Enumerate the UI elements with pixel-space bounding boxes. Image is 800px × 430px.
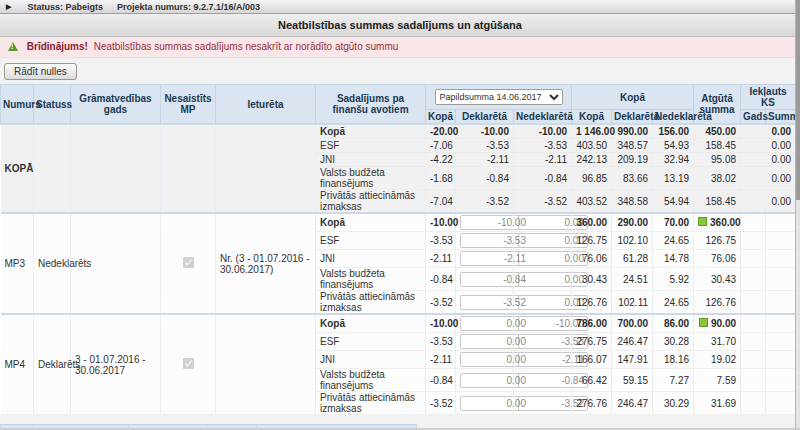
col-header-ieklauts-ks: Iekļauts KS bbox=[741, 85, 796, 110]
deklareta-input[interactable] bbox=[460, 316, 530, 331]
ks-gads-value bbox=[741, 153, 766, 167]
status-text: Statuss: Pabeigts bbox=[27, 2, 103, 12]
kopa-nedeklareta-value: 24.65 bbox=[653, 232, 694, 250]
papild-kopa-value: -7.04 bbox=[426, 190, 456, 214]
papild-deklareta-cell bbox=[456, 369, 514, 392]
nedeklareta-input[interactable] bbox=[518, 373, 588, 388]
expander-icon[interactable]: ▶ bbox=[6, 3, 11, 11]
kopa-deklareta-value: 209.19 bbox=[612, 153, 653, 167]
group-status: Deklarēts bbox=[34, 314, 71, 415]
atguta-summa-value: 90.00 bbox=[694, 314, 741, 333]
kopa-deklareta-value: 102.10 bbox=[612, 232, 653, 250]
subcol-papild-nedeklareta: Nedeklarētā bbox=[514, 110, 572, 125]
ks-summa-value bbox=[766, 268, 796, 291]
atguta-summa-value: 30.43 bbox=[694, 268, 741, 291]
distribution-table: Numurs Statuss Grāmatvedības gads Nesais… bbox=[0, 84, 796, 415]
papild-nedeklareta-value: -0.84 bbox=[514, 167, 572, 190]
nesaistits-mp-checkbox[interactable] bbox=[182, 358, 193, 369]
kopa-nedeklareta-value: 14.78 bbox=[653, 250, 694, 268]
deklareta-input[interactable] bbox=[460, 215, 530, 230]
kopa-nedeklareta-value: 54.94 bbox=[653, 190, 694, 214]
papild-kopa-value: -20.00 bbox=[426, 124, 456, 139]
group-numurs: KOPĀ bbox=[1, 124, 34, 213]
warning-title: Brīdinājums! bbox=[27, 41, 88, 52]
kopa-kopa-value: 126.76 bbox=[572, 291, 612, 315]
kopa-kopa-value: 1 146.00 bbox=[572, 124, 612, 139]
papild-kopa-value: -2.11 bbox=[426, 351, 456, 369]
deklareta-input[interactable] bbox=[460, 295, 530, 310]
atguta-summa-value: 38.02 bbox=[694, 167, 741, 190]
papild-nedeklareta-value: -3.52 bbox=[514, 190, 572, 214]
papild-kopa-value: -10.00 bbox=[426, 213, 456, 232]
col-header-gramatvedibas-gads: Grāmatvedības gads bbox=[71, 85, 161, 125]
subcol-papild-deklareta: Deklarētā bbox=[456, 110, 514, 125]
ks-summa-value: 0.00 bbox=[766, 190, 796, 214]
papild-nedeklareta-value: -10.00 bbox=[514, 124, 572, 139]
finance-source-label: ESF bbox=[316, 139, 426, 153]
deklareta-input[interactable] bbox=[460, 334, 530, 349]
group-numurs: MP3 bbox=[1, 213, 34, 314]
group-status bbox=[34, 124, 71, 213]
show-zeros-button[interactable]: Rādīt nulles bbox=[4, 63, 77, 80]
nesaistits-mp-checkbox[interactable] bbox=[182, 257, 193, 268]
project-number-text: Projekta numurs: 9.2.7.1/16/A/003 bbox=[117, 2, 260, 12]
kopa-kopa-value: 96.85 bbox=[572, 167, 612, 190]
ks-gads-value bbox=[741, 369, 766, 392]
atguta-summa-value: 158.45 bbox=[694, 139, 741, 153]
deklareta-input[interactable] bbox=[460, 233, 530, 248]
kopa-deklareta-value: 246.47 bbox=[612, 333, 653, 351]
finance-source-label: Kopā bbox=[316, 314, 426, 333]
kopa-nedeklareta-value: 70.00 bbox=[653, 213, 694, 232]
ks-summa-value bbox=[766, 369, 796, 392]
finance-source-label: Privātās attiecināmās izmaksas bbox=[316, 392, 426, 415]
papild-deklareta-cell bbox=[456, 333, 514, 351]
atguta-summa-value: 126.76 bbox=[694, 291, 741, 315]
papild-kopa-value: -10.00 bbox=[426, 314, 456, 333]
atguta-summa-value: 31.69 bbox=[694, 392, 741, 415]
ks-gads-value bbox=[741, 291, 766, 315]
kopa-nedeklareta-value: 7.27 bbox=[653, 369, 694, 392]
atguta-summa-value: 7.59 bbox=[694, 369, 741, 392]
papildsumma-select[interactable]: Papildsumma 14.06.2017 bbox=[435, 89, 563, 105]
kopa-kopa-value: 403.52 bbox=[572, 190, 612, 214]
papild-kopa-value: -2.11 bbox=[426, 250, 456, 268]
papild-nedeklareta-value: -3.53 bbox=[514, 139, 572, 153]
group-nesaistits-mp bbox=[161, 124, 216, 213]
scrollbar-thumb[interactable] bbox=[796, 0, 800, 200]
finance-source-label: Kopā bbox=[316, 213, 426, 232]
kopa-deklareta-value: 59.15 bbox=[612, 369, 653, 392]
kopa-deklareta-value: 83.66 bbox=[612, 167, 653, 190]
papild-deklareta-cell bbox=[456, 250, 514, 268]
papild-deklareta-cell bbox=[456, 213, 514, 232]
ks-summa-value bbox=[766, 333, 796, 351]
ks-summa-value: 0.00 bbox=[766, 153, 796, 167]
warning-message: Neatbilstības summas sadalījums nesakrīt… bbox=[94, 41, 399, 52]
ks-gads-value bbox=[741, 190, 766, 214]
papild-kopa-value: -7.06 bbox=[426, 139, 456, 153]
papild-deklareta-cell bbox=[456, 291, 514, 315]
subcol-kopa-deklareta: Deklarētā bbox=[612, 110, 653, 125]
papild-deklareta-cell bbox=[456, 232, 514, 250]
table-row: KOPĀKopā-20.00-10.00-10.001 146.00990.00… bbox=[1, 124, 796, 139]
papild-kopa-value: -4.22 bbox=[426, 153, 456, 167]
kopa-nedeklareta-value: 13.19 bbox=[653, 167, 694, 190]
deklareta-input[interactable] bbox=[460, 373, 530, 388]
ks-gads-value bbox=[741, 232, 766, 250]
ks-gads-value bbox=[741, 250, 766, 268]
atguta-summa-value: 31.70 bbox=[694, 333, 741, 351]
kopa-kopa-value: 786.00 bbox=[572, 314, 612, 333]
finance-source-label: JNI bbox=[316, 153, 426, 167]
deklareta-input[interactable] bbox=[460, 396, 530, 411]
nedeklareta-input[interactable] bbox=[518, 251, 588, 266]
deklareta-input[interactable] bbox=[460, 272, 530, 287]
ks-summa-value bbox=[766, 392, 796, 415]
deklareta-input[interactable] bbox=[460, 352, 530, 367]
vertical-scrollbar[interactable] bbox=[795, 0, 800, 430]
nedeklareta-input[interactable] bbox=[518, 272, 588, 287]
kopa-deklareta-value: 102.11 bbox=[612, 291, 653, 315]
kopa-nedeklareta-value: 54.93 bbox=[653, 139, 694, 153]
group-nesaistits-mp bbox=[161, 213, 216, 314]
papild-deklareta-value: -3.53 bbox=[456, 139, 514, 153]
kopa-kopa-value: 166.07 bbox=[572, 351, 612, 369]
deklareta-input[interactable] bbox=[460, 251, 530, 266]
